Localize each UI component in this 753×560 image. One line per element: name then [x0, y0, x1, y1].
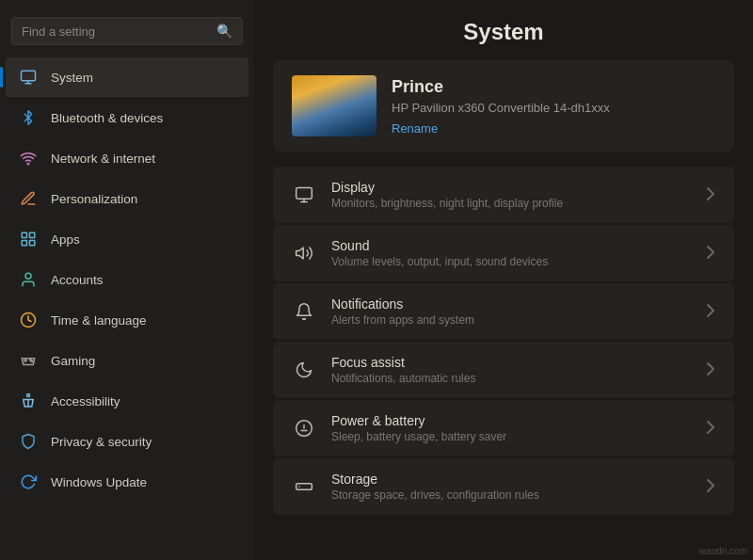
svg-rect-16	[296, 188, 312, 200]
device-image-inner	[292, 75, 376, 136]
sidebar-item-system[interactable]: System	[6, 57, 248, 97]
settings-item-desc-storage: Storage space, drives, configuration rul…	[331, 488, 691, 502]
page-title: System	[273, 0, 734, 60]
device-model: HP Pavilion x360 Convertible 14-dh1xxx	[392, 101, 715, 115]
privacy-icon	[19, 432, 38, 451]
settings-item-desc-notifications: Alerts from apps and system	[331, 313, 691, 327]
settings-item-display[interactable]: DisplayMonitors, brightness, night light…	[273, 167, 734, 223]
sidebar-item-label-apps: Apps	[51, 232, 80, 247]
svg-marker-19	[296, 248, 304, 259]
gaming-icon	[19, 351, 38, 370]
sidebar-nav: SystemBluetooth & devicesNetwork & inter…	[0, 56, 254, 560]
time-icon	[19, 311, 38, 329]
sidebar-item-accounts[interactable]: Accounts	[6, 260, 248, 299]
svg-point-3	[27, 163, 29, 165]
search-box[interactable]: 🔍	[11, 17, 243, 45]
sidebar-item-gaming[interactable]: Gaming	[6, 341, 248, 380]
apps-icon	[19, 230, 38, 248]
svg-point-13	[31, 360, 33, 362]
settings-item-focus[interactable]: Focus assistNotifications, automatic rul…	[273, 342, 734, 398]
accessibility-icon	[19, 392, 38, 410]
chevron-right-icon-sound	[706, 245, 715, 263]
svg-rect-4	[22, 232, 26, 237]
bluetooth-icon	[19, 108, 38, 127]
sidebar-item-label-accounts: Accounts	[51, 273, 104, 287]
svg-point-14	[27, 394, 30, 397]
settings-item-power[interactable]: Power & batterySleep, battery usage, bat…	[273, 400, 734, 456]
main-content: System Prince HP Pavilion x360 Convertib…	[254, 0, 753, 560]
sidebar-item-label-accessibility: Accessibility	[51, 394, 120, 408]
sound-icon	[292, 241, 316, 265]
app-container: 🔍 SystemBluetooth & devicesNetwork & int…	[0, 0, 753, 560]
focus-icon	[292, 358, 316, 382]
settings-item-title-sound: Sound	[331, 238, 691, 253]
power-icon	[292, 416, 316, 440]
settings-item-text-display: DisplayMonitors, brightness, night light…	[331, 180, 691, 210]
sidebar-item-label-network: Network & internet	[51, 152, 155, 166]
settings-item-notifications[interactable]: NotificationsAlerts from apps and system	[273, 283, 734, 340]
sidebar-item-network[interactable]: Network & internet	[6, 138, 248, 178]
settings-list: DisplayMonitors, brightness, night light…	[273, 167, 734, 515]
svg-rect-0	[22, 71, 36, 81]
network-icon	[19, 149, 38, 168]
sidebar-item-update[interactable]: Windows Update	[6, 462, 248, 502]
svg-rect-7	[30, 241, 35, 246]
device-name: Prince	[392, 77, 715, 97]
settings-item-title-notifications: Notifications	[331, 296, 691, 312]
sidebar-item-label-time: Time & language	[51, 313, 147, 328]
sidebar-item-label-gaming: Gaming	[51, 354, 95, 368]
settings-item-desc-focus: Notifications, automatic rules	[331, 372, 691, 385]
settings-item-text-sound: SoundVolume levels, output, input, sound…	[331, 238, 691, 268]
system-icon	[19, 68, 38, 87]
svg-point-8	[25, 273, 31, 279]
chevron-right-icon-power	[706, 420, 715, 438]
rename-link[interactable]: Rename	[392, 121, 438, 136]
watermark: waudn.com	[699, 546, 747, 556]
settings-item-desc-power: Sleep, battery usage, battery saver	[331, 430, 691, 443]
sidebar-item-apps[interactable]: Apps	[6, 219, 248, 259]
sidebar: 🔍 SystemBluetooth & devicesNetwork & int…	[0, 0, 254, 560]
device-info: Prince HP Pavilion x360 Convertible 14-d…	[392, 77, 715, 136]
sidebar-item-bluetooth[interactable]: Bluetooth & devices	[6, 98, 248, 137]
sidebar-item-label-privacy: Privacy & security	[51, 435, 152, 449]
search-icon: 🔍	[216, 24, 232, 39]
settings-item-desc-sound: Volume levels, output, input, sound devi…	[331, 255, 691, 268]
svg-rect-6	[22, 241, 26, 246]
sidebar-item-label-update: Windows Update	[51, 475, 147, 489]
chevron-right-icon-notifications	[706, 303, 715, 321]
device-image	[292, 75, 376, 136]
device-card: Prince HP Pavilion x360 Convertible 14-d…	[273, 60, 734, 152]
settings-item-title-power: Power & battery	[331, 413, 691, 428]
settings-item-sound[interactable]: SoundVolume levels, output, input, sound…	[273, 225, 734, 281]
settings-item-text-storage: StorageStorage space, drives, configurat…	[331, 472, 691, 502]
settings-item-storage[interactable]: StorageStorage space, drives, configurat…	[273, 458, 734, 515]
sidebar-item-label-personalization: Personalization	[51, 192, 137, 206]
settings-item-title-focus: Focus assist	[331, 355, 691, 370]
notifications-icon	[292, 299, 316, 324]
settings-item-desc-display: Monitors, brightness, night light, displ…	[331, 197, 691, 210]
storage-icon	[292, 474, 316, 499]
search-input[interactable]	[22, 24, 209, 39]
settings-item-title-storage: Storage	[331, 472, 691, 487]
settings-item-text-notifications: NotificationsAlerts from apps and system	[331, 296, 691, 327]
sidebar-item-privacy[interactable]: Privacy & security	[6, 422, 248, 461]
personalization-icon	[19, 189, 38, 208]
sidebar-item-label-bluetooth: Bluetooth & devices	[51, 111, 163, 125]
sidebar-item-accessibility[interactable]: Accessibility	[6, 381, 248, 421]
search-container: 🔍	[0, 9, 254, 56]
svg-rect-5	[30, 232, 35, 237]
sidebar-item-personalization[interactable]: Personalization	[6, 179, 248, 218]
update-icon	[19, 472, 38, 491]
settings-item-title-display: Display	[331, 180, 691, 195]
chevron-right-icon-display	[706, 186, 715, 204]
display-icon	[292, 183, 316, 207]
settings-item-text-power: Power & batterySleep, battery usage, bat…	[331, 413, 691, 443]
settings-item-text-focus: Focus assistNotifications, automatic rul…	[331, 355, 691, 385]
sidebar-item-label-system: System	[51, 71, 93, 85]
sidebar-item-time[interactable]: Time & language	[6, 300, 248, 340]
chevron-right-icon-storage	[706, 478, 715, 496]
accounts-icon	[19, 270, 38, 289]
svg-rect-22	[296, 484, 312, 490]
chevron-right-icon-focus	[706, 361, 715, 379]
main-layout: 🔍 SystemBluetooth & devicesNetwork & int…	[0, 0, 753, 560]
